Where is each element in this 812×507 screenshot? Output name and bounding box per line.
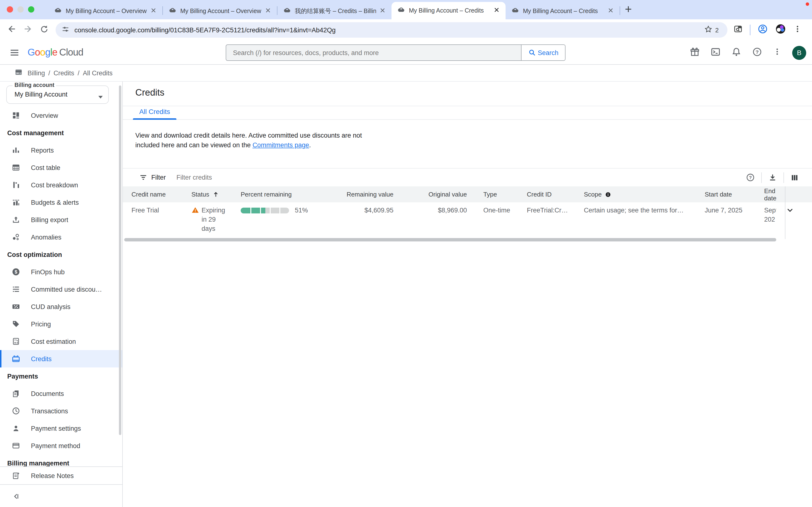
url-text[interactable]: console.cloud.google.com/billing/01C83B-… <box>74 26 704 34</box>
sidebar-item-release-notes[interactable]: Release Notes <box>0 466 122 485</box>
col-remaining-value[interactable]: Remaining value <box>313 191 394 198</box>
browser-tab-4-active[interactable]: My Billing Account – Credits <box>392 2 506 19</box>
table-header-row: Credit name Status Percent remaining Rem… <box>123 186 812 202</box>
breadcrumb-credits[interactable]: Credits <box>54 69 74 76</box>
sidebar-item-payment-method[interactable]: Payment method <box>0 437 122 454</box>
sidebar-item-budgets-alerts[interactable]: Budgets & alerts <box>0 193 122 211</box>
notifications-bell-icon[interactable] <box>731 47 742 59</box>
download-icon[interactable] <box>762 173 783 182</box>
profile-sync-icon[interactable] <box>757 24 768 36</box>
sidebar-item-finops-hub[interactable]: $ FinOps hub <box>0 263 122 281</box>
col-credit-name[interactable]: Credit name <box>123 191 191 198</box>
more-options-kebab-icon[interactable] <box>773 47 781 58</box>
close-window-button[interactable] <box>7 6 13 12</box>
sidebar-item-anomalies[interactable]: Anomalies <box>0 228 122 246</box>
col-percent-remaining[interactable]: Percent remaining <box>241 191 313 198</box>
table-help-icon[interactable]: ? <box>740 173 761 182</box>
sidebar-item-cost-estimation[interactable]: Cost estimation <box>0 333 122 350</box>
tab-search-icon[interactable] <box>733 24 743 36</box>
col-start-date[interactable]: Start date <box>705 191 764 198</box>
search-button[interactable]: Search <box>521 45 565 60</box>
payment-settings-person-icon <box>12 424 20 433</box>
col-status[interactable]: Status <box>191 191 241 198</box>
search-input[interactable] <box>226 45 521 60</box>
sidebar-item-transactions[interactable]: Transactions <box>0 402 122 419</box>
site-settings-icon[interactable] <box>61 25 69 35</box>
forward-icon[interactable] <box>23 24 33 36</box>
sidebar-item-billing-export[interactable]: Billing export <box>0 211 122 228</box>
help-icon[interactable]: ? <box>752 47 762 59</box>
sidebar-item-pricing[interactable]: Pricing <box>0 315 122 333</box>
browser-tab-5[interactable]: My Billing Account – Credits <box>506 3 620 19</box>
reports-icon <box>12 146 20 155</box>
collapse-sidebar-button[interactable] <box>0 485 122 507</box>
sidebar-item-reports[interactable]: Reports <box>0 142 122 159</box>
google-cloud-favicon <box>54 6 62 16</box>
billing-account-selector[interactable]: Billing account My Billing Account <box>6 86 109 104</box>
new-tab-button[interactable] <box>623 4 633 16</box>
close-tab-icon[interactable] <box>150 6 158 16</box>
sidebar-item-payment-settings[interactable]: Payment settings <box>0 419 122 437</box>
cell-status: Expiring in 29 days <box>191 206 241 233</box>
col-credit-id[interactable]: Credit ID <box>527 191 584 198</box>
account-avatar[interactable]: B <box>792 46 806 60</box>
finops-hub-icon: $ <box>12 268 20 276</box>
free-trial-gift-icon[interactable] <box>690 47 700 59</box>
navigation-menu-icon[interactable] <box>10 48 19 59</box>
sidebar-item-cost-breakdown[interactable]: Cost breakdown <box>0 176 122 193</box>
window-controls[interactable] <box>7 6 34 12</box>
cloud-shell-icon[interactable] <box>711 47 721 59</box>
google-cloud-favicon <box>511 6 519 16</box>
back-icon[interactable] <box>7 24 16 36</box>
close-tab-icon[interactable] <box>493 6 501 15</box>
tab-title: 我的结算账号 – Credits – Billin <box>295 7 376 15</box>
sidebar-item-cud-analysis[interactable]: CUD analysis <box>0 298 122 315</box>
filter-icon <box>139 173 147 181</box>
sidebar-item-documents[interactable]: Documents <box>0 385 122 402</box>
sidebar-item-cost-table[interactable]: Cost table <box>0 159 122 176</box>
sidebar-item-committed-use-discounts[interactable]: Committed use discou… <box>0 281 122 298</box>
tab-all-credits[interactable]: All Credits <box>133 108 176 115</box>
chevron-down-icon <box>785 206 794 214</box>
tab-title: My Billing Account – Credits <box>523 8 604 14</box>
table-row[interactable]: Free Trial Expiring in 29 days 51% $4,60… <box>123 202 812 239</box>
collapse-left-icon <box>12 492 20 501</box>
chevron-down-icon[interactable] <box>98 93 103 101</box>
search-icon <box>528 49 536 56</box>
close-tab-icon[interactable] <box>264 6 272 16</box>
bookmark-star-icon[interactable] <box>704 25 712 35</box>
horizontal-scrollbar[interactable] <box>124 238 776 241</box>
close-tab-icon[interactable] <box>379 6 387 16</box>
sidebar-scrollbar[interactable] <box>119 86 121 435</box>
reload-icon[interactable] <box>40 24 49 36</box>
filter-credits-input[interactable] <box>176 174 740 181</box>
browser-tab-3[interactable]: 我的结算账号 – Credits – Billin <box>277 3 392 19</box>
column-display-options-icon[interactable] <box>784 173 805 182</box>
billing-export-icon <box>12 215 20 224</box>
breadcrumb-billing[interactable]: Billing <box>28 69 45 76</box>
gcp-search-bar[interactable]: Search <box>226 44 565 61</box>
commitments-page-link[interactable]: Commitments page <box>253 142 309 149</box>
zoom-window-button[interactable] <box>28 6 34 12</box>
col-end-date[interactable]: End date <box>764 187 776 202</box>
address-bar[interactable]: console.cloud.google.com/billing/01C83B-… <box>56 22 727 38</box>
google-cloud-logo[interactable]: GoogleCloud <box>28 47 83 58</box>
anomalies-icon <box>12 233 20 241</box>
browser-tab-1[interactable]: My Billing Account – Overview <box>48 3 162 19</box>
cell-scope: Certain usage; see the terms for… <box>584 206 705 215</box>
col-scope[interactable]: Scope <box>584 191 705 198</box>
filter-label[interactable]: Filter <box>151 174 166 181</box>
browser-tab-strip: My Billing Account – Overview My Billing… <box>0 0 812 19</box>
col-type[interactable]: Type <box>483 191 527 198</box>
sidebar-item-overview[interactable]: Overview <box>0 107 122 124</box>
cell-credit-name: Free Trial <box>123 206 191 215</box>
browser-profile-avatar[interactable] <box>775 23 786 37</box>
bookmark-count: 2 <box>715 26 719 34</box>
expand-row-button[interactable] <box>776 206 803 214</box>
browser-menu-kebab-icon[interactable] <box>793 24 802 35</box>
minimize-window-button[interactable] <box>17 6 24 12</box>
browser-tab-2[interactable]: My Billing Account – Overview <box>163 3 277 19</box>
close-tab-icon[interactable] <box>607 6 615 16</box>
sidebar-item-credits[interactable]: Credits <box>0 350 122 368</box>
col-original-value[interactable]: Original value <box>394 191 467 198</box>
